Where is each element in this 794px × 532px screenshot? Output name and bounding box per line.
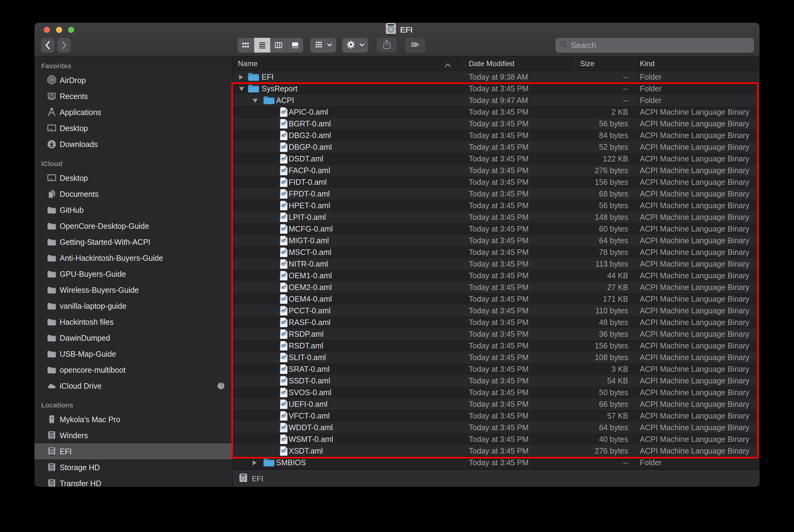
- table-row[interactable]: DBGP-0.amlToday at 3:45 PM52 bytesACPI M…: [233, 141, 759, 153]
- table-row[interactable]: WDDT-0.amlToday at 3:45 PM64 bytesACPI M…: [233, 422, 759, 433]
- size-cell: 156 bytes: [575, 340, 635, 352]
- size-cell: 68 bytes: [575, 188, 635, 200]
- sidebar-item-transfer-hd[interactable]: Transfer HD: [35, 475, 232, 487]
- minimize-button[interactable]: [56, 27, 62, 33]
- table-row[interactable]: FIDT-0.amlToday at 3:45 PM156 bytesACPI …: [233, 176, 759, 188]
- sidebar-item-label: Downloads: [60, 140, 98, 149]
- table-row[interactable]: MSCT-0.amlToday at 3:45 PM78 bytesACPI M…: [233, 246, 759, 258]
- sidebar-item-opencore-desktop-guide[interactable]: OpenCore-Desktop-Guide: [35, 218, 232, 234]
- table-row[interactable]: NITR-0.amlToday at 3:45 PM113 bytesACPI …: [233, 258, 759, 270]
- sidebar-item-dawindumped[interactable]: DawinDumped: [35, 330, 232, 346]
- disclosure-down-icon[interactable]: [239, 87, 244, 91]
- table-row[interactable]: RSDP.amlToday at 3:45 PM36 bytesACPI Mac…: [233, 328, 759, 340]
- sidebar-item-winders[interactable]: Winders: [35, 428, 232, 443]
- sidebar-item-label: EFI: [60, 447, 72, 456]
- name-cell: ACPI: [233, 94, 464, 106]
- table-row[interactable]: RSDT.amlToday at 3:45 PM156 bytesACPI Ma…: [233, 340, 759, 352]
- sidebar-item-gpu-buyers-guide[interactable]: GPU-Buyers-Guide: [35, 266, 232, 282]
- date-modified-cell: Today at 3:45 PM: [464, 410, 575, 422]
- sidebar-item-storage-hd[interactable]: Storage HD: [35, 459, 232, 475]
- table-row[interactable]: BGRT-0.amlToday at 3:45 PM56 bytesACPI M…: [233, 118, 759, 130]
- back-button[interactable]: [41, 38, 54, 53]
- forward-button[interactable]: [57, 38, 71, 53]
- sidebar-item-getting-started-with-acpi[interactable]: Getting-Started-With-ACPI: [35, 234, 232, 250]
- table-row[interactable]: PCCT-0.amlToday at 3:45 PM110 bytesACPI …: [233, 305, 759, 317]
- table-row[interactable]: SVOS-0.amlToday at 3:45 PM50 bytesACPI M…: [233, 386, 759, 398]
- table-row[interactable]: OEM2-0.amlToday at 3:45 PM27 KBACPI Mach…: [233, 281, 759, 293]
- file-name: DSDT.aml: [289, 153, 324, 165]
- sidebar-item-label: OpenCore-Desktop-Guide: [60, 222, 149, 231]
- size-cell: 78 bytes: [575, 246, 635, 258]
- path-item[interactable]: EFI: [252, 475, 263, 483]
- column-view-button[interactable]: [271, 38, 287, 53]
- close-button[interactable]: [44, 27, 50, 33]
- kind-cell: ACPI Machine Language Binary: [635, 352, 759, 363]
- table-row[interactable]: DSDT.amlToday at 3:45 PM122 KBACPI Machi…: [233, 153, 759, 165]
- action-menu-button[interactable]: [342, 38, 368, 53]
- sidebar-item-icloud-drive[interactable]: iCloud Drive: [35, 378, 232, 394]
- table-row[interactable]: SRAT-0.amlToday at 3:45 PM3 KBACPI Machi…: [233, 363, 759, 375]
- name-cell: SMBIOS: [233, 457, 464, 468]
- sidebar-item-wireless-buyers-guide[interactable]: Wireless-Buyers-Guide: [35, 282, 232, 298]
- table-row[interactable]: VFCT-0.amlToday at 3:45 PM57 KBACPI Mach…: [233, 410, 759, 422]
- sidebar-item-github[interactable]: GitHub: [35, 202, 232, 218]
- table-row[interactable]: ACPIToday at 9:47 AM--Folder: [233, 94, 759, 106]
- group-button[interactable]: [310, 38, 336, 53]
- table-row[interactable]: SMBIOSToday at 3:45 PM--Folder: [233, 457, 759, 468]
- sidebar-item-downloads[interactable]: Downloads: [35, 136, 232, 152]
- file-name: EFI: [262, 71, 274, 83]
- sidebar-item-applications[interactable]: Applications: [35, 104, 232, 120]
- table-row[interactable]: OEM4-0.amlToday at 3:45 PM171 KBACPI Mac…: [233, 293, 759, 305]
- table-row[interactable]: DBG2-0.amlToday at 3:45 PM84 bytesACPI M…: [233, 130, 759, 141]
- table-row[interactable]: UEFI-0.amlToday at 3:45 PM66 bytesACPI M…: [233, 398, 759, 410]
- sidebar-item-usb-map-guide[interactable]: USB-Map-Guide: [35, 346, 232, 362]
- sidebar-item-hackintosh-files[interactable]: Hackintosh files: [35, 314, 232, 330]
- sidebar-item-desktop[interactable]: Desktop: [35, 170, 232, 186]
- sidebar-item-mykola-s-mac-pro[interactable]: Mykola’s Mac Pro: [35, 412, 232, 428]
- table-row[interactable]: EFIToday at 9:38 AM--Folder: [233, 71, 759, 83]
- table-row[interactable]: MCFG-0.amlToday at 3:45 PM60 bytesACPI M…: [233, 223, 759, 235]
- sidebar: Favorites AirDrop Recents Applications D…: [35, 56, 233, 487]
- sidebar-item-anti-hackintosh-buyers-guide[interactable]: Anti-Hackintosh-Buyers-Guide: [35, 250, 232, 266]
- disclosure-right-icon[interactable]: [253, 460, 257, 465]
- table-row[interactable]: SLIT-0.amlToday at 3:45 PM108 bytesACPI …: [233, 352, 759, 363]
- kind-cell: ACPI Machine Language Binary: [635, 328, 759, 340]
- table-row[interactable]: SysReportToday at 3:45 PM--Folder: [233, 83, 759, 94]
- sidebar-item-efi[interactable]: EFI: [35, 443, 232, 459]
- sidebar-item-opencore-multiboot[interactable]: opencore-multiboot: [35, 362, 232, 378]
- column-header-size[interactable]: Size: [575, 56, 635, 71]
- file-name: FIDT-0.aml: [289, 176, 327, 188]
- table-row[interactable]: MIGT-0.amlToday at 3:45 PM64 bytesACPI M…: [233, 235, 759, 246]
- table-row[interactable]: FACP-0.amlToday at 3:45 PM276 bytesACPI …: [233, 165, 759, 176]
- icon-view-button[interactable]: [238, 38, 254, 53]
- name-cell: VFCT-0.aml: [233, 410, 464, 422]
- name-cell: SSDT-0.aml: [233, 375, 464, 386]
- table-row[interactable]: LPIT-0.amlToday at 3:45 PM148 bytesACPI …: [233, 211, 759, 223]
- sidebar-item-recents[interactable]: Recents: [35, 88, 232, 104]
- column-header-name[interactable]: Name: [233, 56, 464, 71]
- gallery-view-button[interactable]: [287, 38, 303, 53]
- column-header-kind[interactable]: Kind: [635, 56, 759, 71]
- table-row[interactable]: OEM1-0.amlToday at 3:45 PM44 KBACPI Mach…: [233, 270, 759, 281]
- zoom-button[interactable]: [68, 27, 74, 33]
- table-row[interactable]: WSMT-0.amlToday at 3:45 PM40 bytesACPI M…: [233, 433, 759, 445]
- sidebar-item-vanilla-laptop-guide[interactable]: vanilla-laptop-guide: [35, 298, 232, 314]
- file-name: RSDP.aml: [289, 328, 324, 340]
- view-switcher: [238, 38, 303, 53]
- table-row[interactable]: SSDT-0.amlToday at 3:45 PM54 KBACPI Mach…: [233, 375, 759, 386]
- share-button[interactable]: [377, 38, 397, 53]
- sidebar-item-desktop[interactable]: Desktop: [35, 120, 232, 136]
- table-row[interactable]: HPET-0.amlToday at 3:45 PM56 bytesACPI M…: [233, 200, 759, 211]
- tag-button[interactable]: [405, 38, 425, 53]
- table-row[interactable]: FPDT-0.amlToday at 3:45 PM68 bytesACPI M…: [233, 188, 759, 200]
- table-row[interactable]: APIC-0.amlToday at 3:45 PM2 KBACPI Machi…: [233, 106, 759, 118]
- list-view-button[interactable]: [254, 38, 271, 53]
- sidebar-item-airdrop[interactable]: AirDrop: [35, 72, 232, 88]
- table-row[interactable]: RASF-0.amlToday at 3:45 PM48 bytesACPI M…: [233, 317, 759, 328]
- column-header-date[interactable]: Date Modified: [464, 56, 575, 71]
- disclosure-right-icon[interactable]: [239, 75, 243, 80]
- sidebar-item-documents[interactable]: Documents: [35, 186, 232, 202]
- disclosure-down-icon[interactable]: [253, 99, 258, 103]
- search-field[interactable]: Search: [555, 38, 754, 53]
- table-row[interactable]: XSDT.amlToday at 3:45 PM276 bytesACPI Ma…: [233, 445, 759, 457]
